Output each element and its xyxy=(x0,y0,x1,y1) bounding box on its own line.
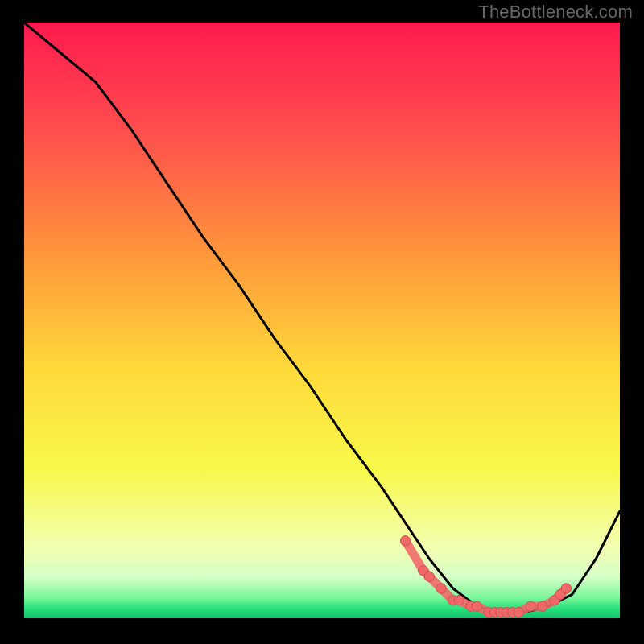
highlight-point xyxy=(424,572,434,581)
chart-container: TheBottleneck.com xyxy=(0,0,644,644)
highlight-point xyxy=(454,596,464,605)
highlight-point xyxy=(526,601,535,611)
highlight-point xyxy=(561,584,571,593)
chart-svg xyxy=(24,23,620,618)
plot-area xyxy=(24,23,620,618)
highlight-point xyxy=(514,607,523,617)
highlight-point xyxy=(538,601,547,611)
highlight-point xyxy=(400,536,410,546)
gradient-background xyxy=(24,23,620,618)
highlight-point xyxy=(436,584,446,593)
watermark-text: TheBottleneck.com xyxy=(478,2,633,23)
highlight-point xyxy=(472,601,481,611)
